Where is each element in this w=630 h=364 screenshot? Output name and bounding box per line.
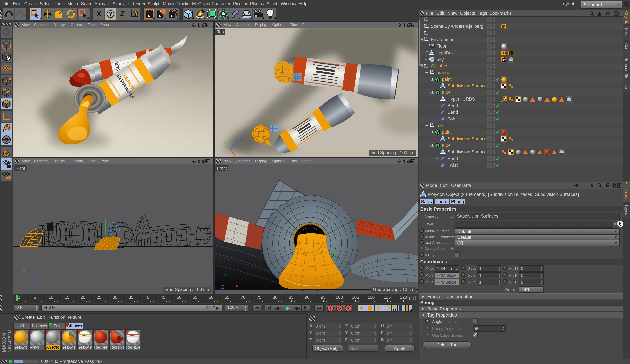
svg-text:0: 0 bbox=[432, 123, 433, 126]
svg-text:0: 0 bbox=[432, 70, 433, 73]
svg-text:Z: Z bbox=[221, 284, 224, 290]
svg-text:Y: Y bbox=[223, 141, 226, 146]
svg-text:Y: Y bbox=[22, 269, 26, 274]
svg-text:X: X bbox=[233, 155, 236, 157]
svg-text:Z: Z bbox=[33, 280, 36, 285]
svg-text:0: 0 bbox=[426, 23, 427, 26]
svg-text:X: X bbox=[235, 283, 238, 289]
svg-text:Z: Z bbox=[120, 10, 124, 17]
svg-text:PERM: PERM bbox=[130, 335, 134, 337]
svg-text:X: X bbox=[96, 10, 101, 17]
svg-text:PERM: PERM bbox=[82, 335, 86, 337]
svg-text:X: X bbox=[20, 280, 24, 285]
svg-text:0: 0 bbox=[426, 63, 427, 66]
svg-text:0: 0 bbox=[426, 17, 427, 20]
svg-text:Y: Y bbox=[108, 11, 112, 17]
svg-text:0: 0 bbox=[426, 37, 427, 40]
svg-text:Z: Z bbox=[240, 135, 243, 141]
svg-text:0: 0 bbox=[426, 30, 427, 33]
svg-text:Y: Y bbox=[223, 273, 226, 278]
svg-text:S: S bbox=[4, 137, 8, 143]
